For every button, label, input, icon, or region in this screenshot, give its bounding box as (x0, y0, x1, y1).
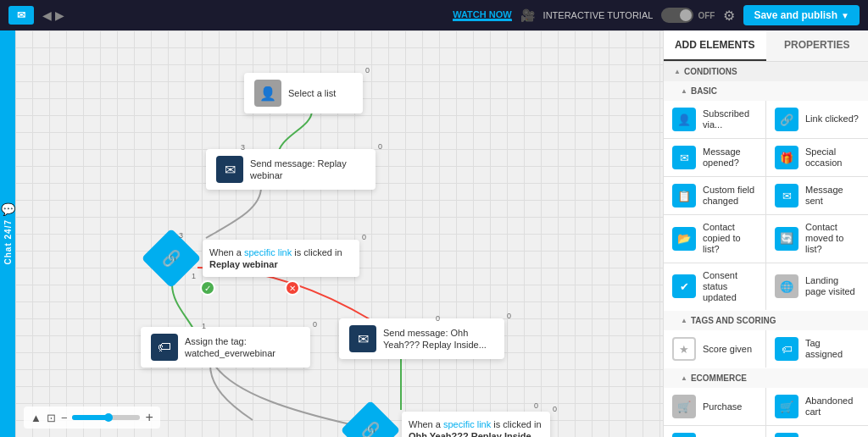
panel-content: ▲ CONDITIONS ▲ BASIC 👤 Subscribed via...… (664, 62, 868, 437)
message-opened-icon: ✉ (672, 146, 696, 169)
forward-button[interactable]: ▶ (55, 8, 64, 22)
diamond-icon2: 🔗 (361, 421, 380, 437)
zoom-out-button[interactable]: − (61, 412, 68, 424)
assign-tag-text: Assign the tag: watched_everwebinar (185, 335, 300, 360)
toggle-bg[interactable] (661, 8, 693, 23)
save-publish-button[interactable]: Save and publish ▼ (743, 5, 860, 25)
node-icon-email2: ✉ (349, 325, 376, 352)
element-abandoned-cart[interactable]: 🛒 Abandoned cart (766, 388, 868, 425)
custom-field-label: Custom field changed (703, 185, 757, 207)
element-purchase[interactable]: 🛒 Purchase (664, 388, 765, 425)
element-link-clicked[interactable]: 🔗 Link clicked? (766, 101, 868, 138)
element-tag-assigned[interactable]: 🏷 Tag assigned (766, 330, 868, 368)
element-landing-page[interactable]: 🌐 Landing page visited (766, 263, 868, 311)
contact-copied-icon: 📂 (672, 227, 696, 251)
landing-page-icon: 🌐 (775, 274, 798, 298)
element-visited-url[interactable]: 🌐 Visited URL (664, 426, 765, 437)
message-opened-label: Message opened? (703, 147, 757, 169)
main-area: 💬 Chat 24/7 👤 Select a list 0 (0, 30, 868, 437)
topnav: ✉ ◀ ▶ WATCH NOW 🎥 INTERACTIVE TUTORIAL O… (0, 0, 868, 30)
zoom-in-button[interactable]: + (145, 410, 153, 425)
custom-field-icon: 📋 (672, 184, 696, 207)
send-ohh-text: Send message: Ohh Yeah??? Replay Inside.… (383, 327, 494, 351)
chat-sidebar-label: Chat 24/7 (3, 219, 13, 264)
ecommerce-header[interactable]: ▲ ECOMMERCE (664, 368, 868, 388)
landing-page-label: Landing page visited (805, 275, 860, 297)
tutorial-toggle[interactable]: OFF (661, 8, 715, 23)
right-panel: ADD ELEMENTS PROPERTIES ▲ CONDITIONS ▲ B… (663, 30, 868, 437)
element-contact-moved[interactable]: 🔄 Contact moved to list? (766, 215, 868, 263)
element-custom-field[interactable]: 📋 Custom field changed (664, 177, 765, 214)
nav-arrows: ◀ ▶ (42, 8, 64, 22)
zoom-fit-button[interactable]: ▲ (31, 412, 42, 424)
condition-badge: 0 (362, 233, 366, 241)
link-clicked-icon: 🔗 (775, 108, 798, 131)
specific-link-1[interactable]: specific link (244, 247, 292, 257)
specific-link-2[interactable]: specific link (443, 419, 491, 429)
badge-assign: 0 (313, 320, 317, 329)
node-icon-user: 👤 (254, 80, 281, 107)
zoom-fit2-button[interactable]: ⊡ (47, 412, 56, 424)
tag-assigned-label: Tag assigned (805, 338, 860, 360)
assign-tag-node[interactable]: 🏷 Assign the tag: watched_everwebinar 0 (141, 327, 310, 368)
canvas-area[interactable]: 👤 Select a list 0 ✉ Send message: Replay… (15, 30, 663, 437)
link-clicked-label: Link clicked? (805, 113, 859, 124)
tab-properties[interactable]: PROPERTIES (766, 30, 869, 61)
element-special-occasion[interactable]: 🎁 Special occasion (766, 139, 868, 176)
badge-3: 3 (241, 143, 245, 152)
back-button[interactable]: ◀ (42, 8, 52, 22)
score-given-label: Score given (703, 344, 752, 355)
element-event[interactable]: 🎯 Event (766, 426, 868, 437)
subscribed-label: Subscribed via... (703, 108, 757, 130)
purchase-label: Purchase (703, 401, 742, 412)
badge-0d: 0 (534, 401, 538, 410)
save-label: Save and publish (754, 9, 837, 21)
diamond-wrapper: 🔗 (147, 234, 196, 283)
yes-circle-1: ✓ (200, 280, 215, 296)
send-webinar-node[interactable]: ✉ Send message: Replay webinar 0 (206, 149, 376, 190)
element-contact-copied[interactable]: 📂 Contact copied to list? (664, 215, 765, 263)
chat-sidebar[interactable]: 💬 Chat 24/7 (0, 30, 15, 437)
special-occasion-label: Special occasion (805, 147, 860, 169)
ecommerce-arrow: ▲ (681, 374, 687, 382)
condition-link-node[interactable]: When a specific link is clicked in Repla… (203, 240, 359, 278)
event-icon: 🎯 (775, 433, 798, 437)
element-subscribed-via[interactable]: 👤 Subscribed via... (664, 101, 765, 138)
consent-icon: ✔ (672, 274, 696, 298)
node-icon-tag: 🏷 (151, 334, 178, 361)
element-message-sent[interactable]: ✉ Message sent (766, 177, 868, 214)
send-webinar-text: Send message: Replay webinar (250, 158, 365, 182)
condition-link2-node[interactable]: When a specific link is clicked in Ohh Y… (402, 412, 550, 437)
abandoned-cart-icon: 🛒 (775, 395, 798, 418)
tutorial-label: INTERACTIVE TUTORIAL (543, 10, 654, 20)
message-sent-label: Message sent (805, 185, 860, 207)
watch-now-link[interactable]: WATCH NOW (453, 9, 511, 21)
badge-top-right: 0 (365, 66, 370, 75)
toggle-knob (680, 9, 692, 21)
conditions-header[interactable]: ▲ CONDITIONS (664, 62, 868, 81)
element-score-given[interactable]: ★ Score given (664, 330, 765, 368)
send-ohh-node[interactable]: ✉ Send message: Ohh Yeah??? Replay Insid… (339, 318, 504, 359)
tags-elements-grid: ★ Score given 🏷 Tag assigned (664, 330, 868, 368)
element-message-opened[interactable]: ✉ Message opened? (664, 139, 765, 176)
abandoned-cart-label: Abandoned cart (805, 396, 860, 418)
condition-link2-text: When a specific link is clicked in Ohh Y… (409, 418, 543, 437)
tags-scoring-header[interactable]: ▲ TAGS AND SCORING (664, 311, 868, 330)
tab-add-elements[interactable]: ADD ELEMENTS (664, 30, 766, 61)
zoom-slider[interactable] (72, 415, 140, 420)
special-occasion-icon: 🎁 (775, 146, 798, 169)
chat-bubble-icon: 💬 (1, 202, 15, 216)
settings-icon[interactable]: ⚙ (723, 8, 735, 24)
app-logo: ✉ (8, 6, 34, 25)
basic-header[interactable]: ▲ BASIC (664, 81, 868, 101)
contact-moved-icon: 🔄 (775, 227, 798, 251)
diamond-shape2[interactable]: 🔗 (341, 401, 401, 437)
tag-assigned-icon: 🏷 (775, 337, 798, 361)
element-consent-status[interactable]: ✔ Consent status updated (664, 263, 765, 311)
save-dropdown-arrow: ▼ (841, 11, 849, 20)
select-list-text: Select a list (288, 87, 336, 99)
contact-moved-label: Contact moved to list? (805, 222, 860, 256)
subscribed-icon: 👤 (672, 108, 696, 131)
select-list-node[interactable]: 👤 Select a list 0 (244, 73, 363, 113)
condition-link2-group: 🔗 When a specific link is clicked in Ohh… (346, 406, 550, 437)
